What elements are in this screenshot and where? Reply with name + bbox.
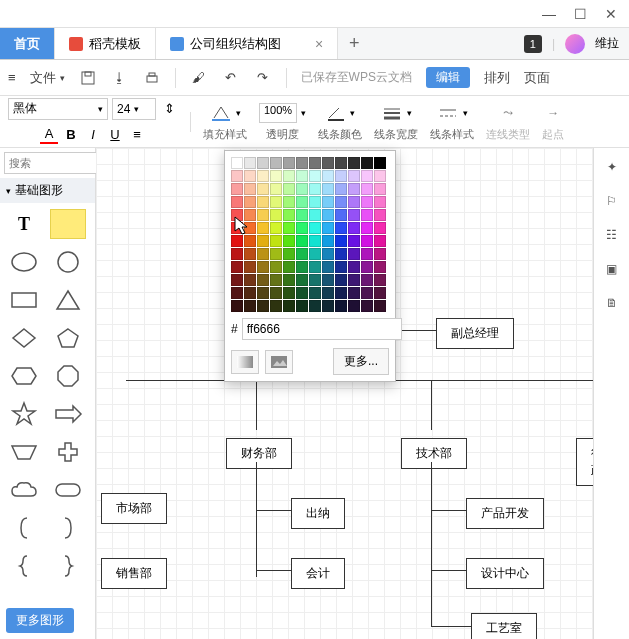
tab-close-icon[interactable]: × <box>315 36 323 52</box>
color-swatch[interactable] <box>231 157 243 169</box>
italic-button[interactable]: I <box>84 126 102 144</box>
org-node-finance[interactable]: 财务部 <box>226 438 292 469</box>
color-swatch[interactable] <box>296 261 308 273</box>
color-swatch[interactable] <box>296 196 308 208</box>
color-swatch[interactable] <box>335 274 347 286</box>
navigator-icon[interactable]: ✦ <box>601 156 623 178</box>
line-width-group[interactable]: ▾ 线条宽度 <box>374 101 418 142</box>
color-swatch[interactable] <box>283 287 295 299</box>
color-swatch[interactable] <box>231 196 243 208</box>
color-swatch[interactable] <box>322 170 334 182</box>
line-style-group[interactable]: ▾ 线条样式 <box>430 101 474 142</box>
color-swatch[interactable] <box>348 248 360 260</box>
color-swatch[interactable] <box>348 235 360 247</box>
color-swatch[interactable] <box>283 248 295 260</box>
fill-style-group[interactable]: ▾ 填充样式 <box>203 101 247 142</box>
close-button[interactable]: ✕ <box>605 6 617 22</box>
opacity-group[interactable]: 100%▾ 透明度 <box>259 101 306 142</box>
color-swatch[interactable] <box>322 300 334 312</box>
org-node-tech[interactable]: 技术部 <box>401 438 467 469</box>
color-swatch[interactable] <box>322 209 334 221</box>
shape-bracket-right[interactable] <box>50 513 86 543</box>
format-painter-icon[interactable]: 🖌 <box>190 69 208 87</box>
shape-ellipse[interactable] <box>6 247 42 277</box>
color-swatch[interactable] <box>257 222 269 234</box>
color-swatch[interactable] <box>257 209 269 221</box>
shape-hexagon[interactable] <box>6 361 42 391</box>
org-node-cashier[interactable]: 出纳 <box>291 498 345 529</box>
more-shapes-button[interactable]: 更多图形 <box>6 608 74 633</box>
more-colors-button[interactable]: 更多... <box>333 348 389 375</box>
shape-star[interactable] <box>6 399 42 429</box>
color-swatch[interactable] <box>361 300 373 312</box>
color-swatch[interactable] <box>374 209 386 221</box>
color-swatch[interactable] <box>335 261 347 273</box>
color-swatch[interactable] <box>348 209 360 221</box>
color-swatch[interactable] <box>270 274 282 286</box>
color-swatch[interactable] <box>296 170 308 182</box>
print-icon[interactable] <box>143 69 161 87</box>
color-swatch[interactable] <box>348 170 360 182</box>
color-swatch[interactable] <box>231 209 243 221</box>
font-select[interactable]: 黑体▾ <box>8 98 108 120</box>
tab-document[interactable]: 公司组织结构图× <box>156 28 338 59</box>
color-swatch[interactable] <box>361 196 373 208</box>
color-swatch[interactable] <box>283 261 295 273</box>
color-swatch[interactable] <box>244 209 256 221</box>
org-node-admin[interactable]: 行政 <box>576 438 593 486</box>
color-swatch[interactable] <box>335 157 347 169</box>
layers-icon[interactable]: ☷ <box>601 224 623 246</box>
color-swatch[interactable] <box>309 235 321 247</box>
color-swatch[interactable] <box>296 209 308 221</box>
color-swatch[interactable] <box>374 196 386 208</box>
color-swatch[interactable] <box>296 274 308 286</box>
basic-shapes-header[interactable]: ▾基础图形 <box>0 178 95 203</box>
color-swatch[interactable] <box>335 287 347 299</box>
color-swatch[interactable] <box>231 261 243 273</box>
color-swatch[interactable] <box>257 300 269 312</box>
fullscreen-icon[interactable]: ▣ <box>601 258 623 280</box>
color-swatch[interactable] <box>231 287 243 299</box>
bold-button[interactable]: B <box>62 126 80 144</box>
color-swatch[interactable] <box>335 300 347 312</box>
tab-template[interactable]: 稻壳模板 <box>55 28 156 59</box>
gradient-button[interactable] <box>231 350 259 374</box>
color-swatch[interactable] <box>270 261 282 273</box>
color-swatch[interactable] <box>244 170 256 182</box>
download-icon[interactable]: ⭳ <box>111 69 129 87</box>
color-swatch[interactable] <box>335 222 347 234</box>
line-color-group[interactable]: ▾ 线条颜色 <box>318 101 362 142</box>
color-swatch[interactable] <box>283 196 295 208</box>
menu-button[interactable]: ≡ <box>8 70 16 85</box>
color-swatch[interactable] <box>361 248 373 260</box>
color-swatch[interactable] <box>257 183 269 195</box>
shape-arrow[interactable] <box>50 399 86 429</box>
shape-triangle[interactable] <box>50 285 86 315</box>
color-swatch[interactable] <box>335 248 347 260</box>
undo-icon[interactable]: ↶ <box>222 69 240 87</box>
color-swatch[interactable] <box>361 209 373 221</box>
shape-brace-left[interactable] <box>6 551 42 581</box>
color-swatch[interactable] <box>374 183 386 195</box>
color-swatch[interactable] <box>348 222 360 234</box>
shape-text[interactable]: T <box>6 209 42 239</box>
notification-badge[interactable]: 1 <box>524 35 542 53</box>
color-swatch[interactable] <box>244 196 256 208</box>
color-swatch[interactable] <box>309 248 321 260</box>
color-swatch[interactable] <box>257 248 269 260</box>
avatar[interactable] <box>565 34 585 54</box>
color-swatch[interactable] <box>244 235 256 247</box>
color-swatch[interactable] <box>374 248 386 260</box>
color-swatch[interactable] <box>283 183 295 195</box>
color-swatch[interactable] <box>348 261 360 273</box>
image-fill-button[interactable] <box>265 350 293 374</box>
color-swatch[interactable] <box>322 261 334 273</box>
color-swatch[interactable] <box>348 300 360 312</box>
color-swatch[interactable] <box>257 287 269 299</box>
file-menu[interactable]: 文件 ▾ <box>30 69 65 87</box>
color-swatch[interactable] <box>257 235 269 247</box>
shape-circle[interactable] <box>50 247 86 277</box>
color-swatch[interactable] <box>296 157 308 169</box>
color-swatch[interactable] <box>348 274 360 286</box>
color-swatch[interactable] <box>296 235 308 247</box>
